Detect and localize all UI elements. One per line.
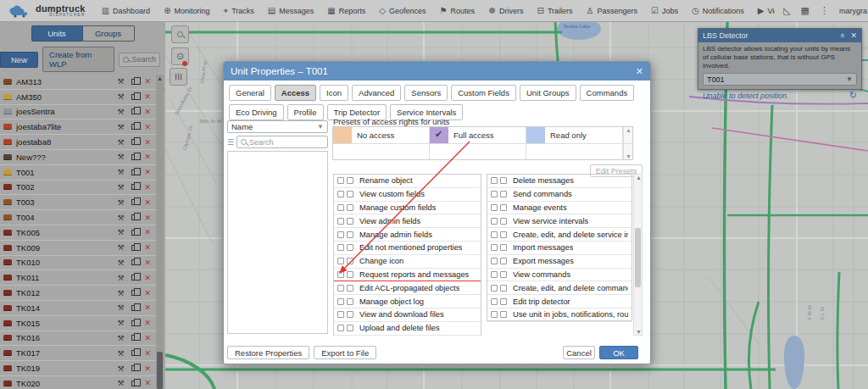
sort-icon[interactable]: ☰ <box>227 138 234 147</box>
unit-copy-icon[interactable] <box>131 320 136 326</box>
acl-checkbox-1[interactable] <box>337 191 344 197</box>
unit-properties-icon[interactable]: ⚒ <box>117 258 124 267</box>
unit-row[interactable]: AM313 ⚒ ✕ <box>0 75 156 90</box>
unit-name[interactable]: TK020 <box>16 379 117 388</box>
unit-delete-icon[interactable]: ✕ <box>144 108 151 116</box>
map-layers-button[interactable]: ☰ <box>170 68 187 86</box>
dialog-header[interactable]: Unit Properties – T001 ✕ <box>224 62 650 81</box>
scroll-up-icon[interactable]: ▲ <box>636 175 642 181</box>
acl-checkbox-2[interactable] <box>347 311 353 318</box>
acl-checkbox-1[interactable] <box>337 298 344 305</box>
unit-delete-icon[interactable]: ✕ <box>144 138 151 147</box>
apps-grid-icon[interactable]: ▦ <box>801 5 810 16</box>
unit-name[interactable]: TK016 <box>16 333 117 342</box>
acl-checkbox-1[interactable] <box>337 311 344 318</box>
acl-checkbox-2[interactable] <box>347 285 353 292</box>
acl-checkbox-1[interactable] <box>337 231 344 238</box>
unit-name[interactable]: TK009 <box>16 243 117 253</box>
tab-groups[interactable]: Groups <box>83 25 135 42</box>
dialog-tab[interactable]: Sensors <box>404 85 448 101</box>
unit-properties-icon[interactable]: ⚒ <box>117 123 124 131</box>
close-icon[interactable]: ✕ <box>850 31 857 40</box>
acl-checkbox-1[interactable] <box>491 258 498 264</box>
acl-checkbox-1[interactable] <box>337 271 344 278</box>
users-listbox[interactable] <box>227 151 328 334</box>
unit-copy-icon[interactable] <box>131 108 136 114</box>
unit-copy-icon[interactable] <box>131 199 136 205</box>
unit-properties-icon[interactable]: ⚒ <box>117 214 124 222</box>
unit-row[interactable]: joestaba8 ⚒ ✕ <box>0 135 156 150</box>
restore-properties-button[interactable]: Restore Properties <box>227 346 309 359</box>
dialog-tab[interactable]: Eco Driving <box>229 104 284 120</box>
dialog-tab[interactable]: Profile <box>287 104 324 120</box>
unit-name[interactable]: TK010 <box>16 258 117 267</box>
acl-checkbox-2[interactable] <box>347 244 353 251</box>
unit-name[interactable]: T002 <box>16 182 117 192</box>
unit-name[interactable]: T003 <box>16 197 117 207</box>
unit-row[interactable]: AM350 ⚒ ✕ <box>0 90 156 105</box>
acl-checkbox-1[interactable] <box>491 231 498 238</box>
acl-checkbox-2[interactable] <box>347 258 353 264</box>
acl-checkbox-1[interactable] <box>337 285 344 292</box>
collapse-icon[interactable]: « <box>838 33 847 37</box>
unit-name[interactable]: TK011 <box>16 273 117 282</box>
export-to-file-button[interactable]: Export to File <box>314 346 376 359</box>
unit-properties-icon[interactable]: ⚒ <box>117 334 124 342</box>
unit-delete-icon[interactable]: ✕ <box>144 379 151 387</box>
unit-row[interactable]: TK016 ⚒ ✕ <box>0 331 156 347</box>
unit-delete-icon[interactable]: ✕ <box>144 303 151 312</box>
acl-checkbox-2[interactable] <box>500 271 507 278</box>
unit-properties-icon[interactable]: ⚒ <box>117 379 124 387</box>
acl-checkbox-1[interactable] <box>491 298 498 305</box>
nav-item[interactable]: ▤ Messages <box>262 0 320 21</box>
unit-delete-icon[interactable]: ✕ <box>144 214 151 222</box>
nav-item[interactable]: ▦ Reports <box>321 0 371 21</box>
unit-delete-icon[interactable]: ✕ <box>144 289 151 297</box>
unit-name[interactable]: TK015 <box>16 319 117 328</box>
acl-checkbox-2[interactable] <box>347 231 353 238</box>
unit-row[interactable]: T004 ⚒ ✕ <box>0 210 156 225</box>
unit-delete-icon[interactable]: ✕ <box>144 349 151 358</box>
acl-checkbox-2[interactable] <box>500 311 507 318</box>
unit-properties-icon[interactable]: ⚒ <box>117 319 124 327</box>
acl-checkbox-2[interactable] <box>500 285 507 292</box>
unit-row[interactable]: T002 ⚒ ✕ <box>0 181 156 196</box>
acl-checkbox-1[interactable] <box>491 191 498 197</box>
unit-properties-icon[interactable]: ⚒ <box>117 364 124 373</box>
nav-item[interactable]: ⊕ Monitoring <box>158 0 215 21</box>
unit-copy-icon[interactable] <box>131 381 136 386</box>
unit-delete-icon[interactable]: ✕ <box>144 183 151 192</box>
unit-name[interactable]: T004 <box>16 213 117 222</box>
acl-checkbox-1[interactable] <box>491 285 498 292</box>
close-icon[interactable]: ✕ <box>636 66 643 77</box>
unit-row[interactable]: TK014 ⚒ ✕ <box>0 301 156 316</box>
unit-delete-icon[interactable]: ✕ <box>144 334 151 342</box>
unit-properties-icon[interactable]: ⚒ <box>117 77 124 86</box>
nav-item[interactable]: ⊟ Trailers <box>531 0 579 21</box>
acl-checkbox-1[interactable] <box>491 204 498 211</box>
access-search-input[interactable]: Search <box>236 136 328 148</box>
acl-checkbox-2[interactable] <box>500 298 507 305</box>
unit-copy-icon[interactable] <box>131 275 136 281</box>
acl-checkbox-2[interactable] <box>500 244 507 251</box>
nav-item[interactable]: ◇ Geofences <box>373 0 431 21</box>
acl-checkbox-1[interactable] <box>491 218 498 225</box>
acl-checkbox-1[interactable] <box>491 271 498 278</box>
unit-properties-icon[interactable]: ⚒ <box>117 243 124 252</box>
unit-delete-icon[interactable]: ✕ <box>144 168 151 176</box>
unit-name[interactable]: TK019 <box>16 364 117 373</box>
unit-row[interactable]: TK012 ⚒ ✕ <box>0 286 156 301</box>
unit-copy-icon[interactable] <box>131 169 136 175</box>
unit-copy-icon[interactable] <box>131 184 136 190</box>
dialog-tab[interactable]: Commands <box>580 85 635 101</box>
unit-delete-icon[interactable]: ✕ <box>144 228 151 236</box>
unit-copy-icon[interactable] <box>131 290 136 296</box>
dialog-tab[interactable]: Unit Groups <box>520 85 576 101</box>
unit-row[interactable]: TK019 ⚒ ✕ <box>0 361 156 376</box>
unit-properties-icon[interactable]: ⚒ <box>117 274 124 282</box>
unit-copy-icon[interactable] <box>131 245 136 251</box>
unit-delete-icon[interactable]: ✕ <box>144 258 151 267</box>
unit-copy-icon[interactable] <box>131 230 136 236</box>
unit-copy-icon[interactable] <box>131 350 136 356</box>
dialog-tab[interactable]: General <box>229 85 271 101</box>
